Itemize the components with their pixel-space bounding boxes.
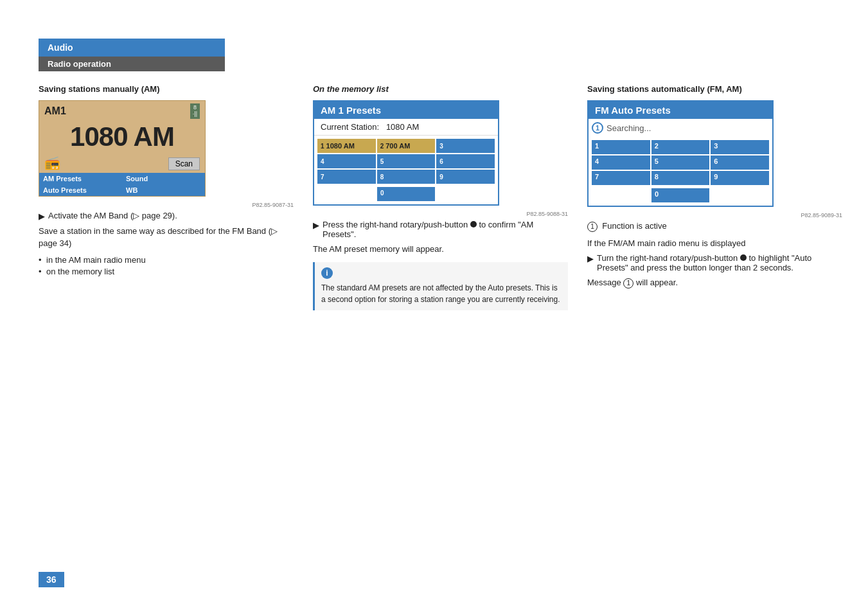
preset-cell-6[interactable]: 6 [436, 154, 495, 168]
presets-grid: 1 1080 AM 2 700 AM 3 4 5 6 [314, 136, 498, 187]
radio-operation-header: Radio operation [39, 57, 225, 71]
part-code-3: P82.85-9089-31 [587, 212, 842, 218]
preset-cell-2[interactable]: 2 700 AM [377, 139, 436, 153]
preset-num-7: 7 [321, 173, 324, 181]
fm-cell-0[interactable]: 0 [651, 188, 709, 202]
preset-val-1: 1080 AM [326, 142, 355, 150]
presets-screen: AM 1 Presets Current Station: 1080 AM 1 … [313, 100, 499, 206]
fm-cell-9[interactable]: 9 [711, 171, 769, 185]
preset-cell-3[interactable]: 3 [436, 139, 495, 153]
instruction-1-text: Activate the AM Band (▷ page 29). [48, 211, 177, 220]
am-menu-sound[interactable]: Sound [122, 173, 205, 184]
arrow-icon-3: ▶ [587, 254, 594, 263]
am-menu-row2: Auto Presets WB [39, 184, 205, 196]
col2-body-text: The AM preset memory will appear. [313, 243, 568, 256]
am-menu-auto-presets[interactable]: Auto Presets [39, 184, 122, 196]
push-button-icon-3 [740, 254, 747, 261]
fm-cell-7[interactable]: 7 [592, 171, 650, 185]
info-box: i The standard AM presets are not affect… [313, 262, 568, 310]
body-text-1: Save a station in the same way as descri… [39, 225, 294, 250]
fm-cell-6[interactable]: 6 [711, 155, 769, 170]
am-screen-header: AM1 8 ·|| [39, 101, 205, 120]
preset-cell-7[interactable]: 7 [317, 170, 376, 184]
col3-condition: If the FM/AM main radio menu is displaye… [587, 237, 842, 250]
scan-button[interactable]: Scan [168, 157, 200, 170]
arrow-icon-1: ▶ [39, 211, 45, 221]
preset-num-0: 0 [380, 190, 384, 197]
preset-zero-row: 0 [314, 187, 498, 204]
fn-active-circle: 1 [587, 222, 598, 232]
signal-bottom: ·|| [193, 111, 197, 118]
am-menu-presets[interactable]: AM Presets [39, 173, 122, 184]
searching-text: Searching... [607, 123, 651, 133]
instruction-1: ▶ Activate the AM Band (▷ page 29). [39, 211, 294, 221]
preset-cell-4[interactable]: 4 [317, 154, 376, 168]
preset-num-9: 9 [439, 173, 443, 181]
col2-title: On the memory list [313, 84, 568, 94]
fm-cell-3[interactable]: 3 [711, 140, 769, 154]
preset-num-6: 6 [439, 158, 443, 165]
fm-cell-5[interactable]: 5 [651, 155, 710, 170]
fm-cell-1[interactable]: 1 [592, 140, 650, 154]
presets-current: Current Station: 1080 AM [314, 119, 498, 136]
am-title: AM1 [44, 105, 66, 117]
part-code-2: P82.85-9088-31 [313, 211, 568, 217]
info-text: The standard AM presets are not affected… [321, 282, 562, 305]
preset-val-2: 700 AM [385, 142, 410, 150]
presets-header: AM 1 Presets [314, 102, 498, 119]
info-icon: i [321, 267, 333, 279]
fm-grid: 1 2 3 4 5 6 7 8 9 [589, 137, 772, 188]
col3-title: Saving stations automatically (FM, AM) [587, 84, 842, 94]
am-menu-wb[interactable]: WB [122, 184, 205, 196]
page-number: 36 [39, 572, 64, 587]
antenna-icon: 📻 [44, 155, 60, 170]
bullet-1: in the AM main radio menu [39, 255, 294, 265]
fm-header: FM Auto Presets [589, 102, 772, 119]
preset-num-5: 5 [380, 158, 384, 165]
preset-cell-5[interactable]: 5 [377, 154, 436, 168]
am-signal-box: 8 ·|| [190, 103, 200, 119]
bullet-2: on the memory list [39, 267, 294, 276]
am-antenna-row: 📻 Scan [39, 154, 205, 173]
fm-cell-2[interactable]: 2 [651, 140, 710, 154]
col1-title: Saving stations manually (AM) [39, 84, 294, 94]
msg-circle: 1 [623, 278, 633, 289]
col3-instruction-text: Turn the right-hand rotary/push-button t… [597, 253, 842, 272]
preset-cell-1[interactable]: 1 1080 AM [317, 139, 376, 153]
fm-searching-row: 1 Searching... [589, 119, 772, 137]
preset-cell-9[interactable]: 9 [436, 170, 495, 184]
preset-num-2: 2 [380, 143, 384, 150]
audio-header: Audio [39, 39, 225, 57]
fm-cell-4[interactable]: 4 [592, 155, 650, 170]
fn-active-note: 1 Function is active [587, 221, 842, 232]
current-label: Current Station: [321, 122, 379, 132]
am-frequency: 1080 AM [39, 120, 205, 154]
push-button-icon [470, 221, 477, 227]
preset-cell-0[interactable]: 0 [377, 187, 435, 201]
preset-num-1: 1 [321, 143, 324, 150]
bullet-list: in the AM main radio menu on the memory … [39, 255, 294, 276]
am-screen: AM1 8 ·|| 1080 AM 📻 Scan AM Presets Soun… [39, 100, 206, 197]
fm-circle-num: 1 [592, 122, 603, 134]
preset-cell-8[interactable]: 8 [377, 170, 436, 184]
col3-instruction-1: ▶ Turn the right-hand rotary/push-button… [587, 253, 842, 272]
col2-instruction-text: Press the right-hand rotary/push-button … [323, 220, 568, 239]
preset-num-8: 8 [380, 173, 384, 181]
col3-saving-auto: Saving stations automatically (FM, AM) F… [587, 84, 842, 317]
fm-screen: FM Auto Presets 1 Searching... 1 2 3 4 5… [587, 100, 774, 207]
current-value: 1080 AM [386, 122, 419, 132]
main-columns: Saving stations manually (AM) AM1 8 ·|| … [39, 84, 842, 317]
col3-message-text: Message 1 will appear. [587, 276, 842, 289]
preset-num-4: 4 [321, 158, 324, 165]
fm-cell-8[interactable]: 8 [651, 171, 710, 185]
col1-saving-manually: Saving stations manually (AM) AM1 8 ·|| … [39, 84, 294, 317]
col2-instruction-1: ▶ Press the right-hand rotary/push-butto… [313, 220, 568, 239]
col2-memory-list: On the memory list AM 1 Presets Current … [313, 84, 568, 317]
arrow-icon-2: ▶ [313, 220, 319, 230]
fn-active-text: Function is active [602, 221, 666, 231]
fm-zero-row: 0 [589, 188, 772, 206]
am-menu-row: AM Presets Sound [39, 173, 205, 184]
part-code-1: P82.85-9087-31 [39, 202, 294, 208]
preset-num-3: 3 [439, 143, 443, 150]
